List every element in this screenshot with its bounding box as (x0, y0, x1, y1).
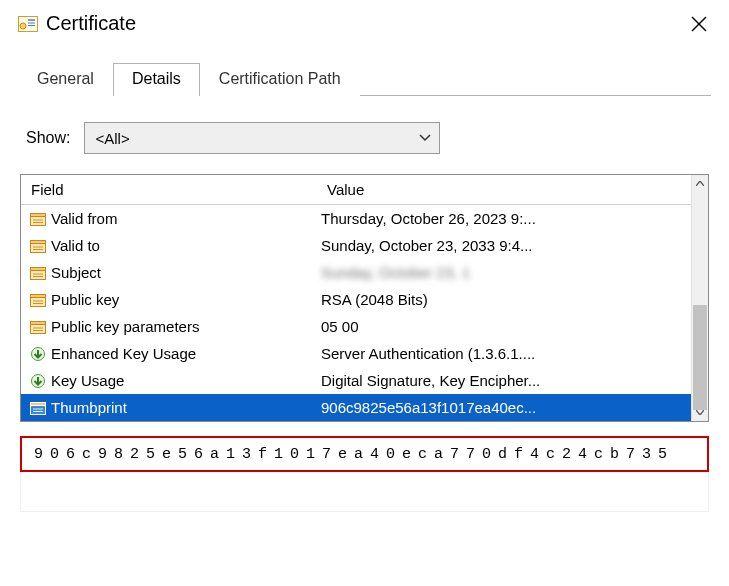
row-field: Public key parameters (51, 318, 321, 335)
tab-details[interactable]: Details (113, 63, 200, 96)
tab-general[interactable]: General (18, 63, 113, 96)
row-field: Thumbprint (51, 399, 321, 416)
list-row[interactable]: Enhanced Key UsageServer Authentication … (21, 340, 691, 367)
thumbprint-full-value: 906c9825e56a13f1017ea40eca770df4c24cb735 (34, 446, 674, 463)
list-row[interactable]: Valid fromThursday, October 26, 2023 9:.… (21, 205, 691, 232)
row-value: RSA (2048 Bits) (321, 291, 691, 308)
show-combo[interactable]: <All> (84, 122, 440, 154)
row-field: Key Usage (51, 372, 321, 389)
show-combo-value: <All> (95, 130, 129, 147)
property-icon (27, 266, 49, 280)
tab-strip: General Details Certification Path (0, 48, 729, 95)
row-field: Enhanced Key Usage (51, 345, 321, 362)
extension-icon (27, 373, 49, 389)
list-header: Field Value (21, 175, 691, 205)
property-icon (27, 293, 49, 307)
row-value: 906c9825e56a13f1017ea40ec... (321, 399, 691, 416)
window-title: Certificate (46, 12, 136, 35)
property-icon (27, 320, 49, 334)
extension-icon (27, 346, 49, 362)
svg-rect-12 (31, 240, 46, 243)
chevron-down-icon (419, 134, 431, 142)
svg-rect-30 (31, 402, 46, 405)
header-field[interactable]: Field (21, 181, 321, 198)
title-bar: Certificate (0, 0, 729, 48)
row-value: Digital Signature, Key Encipher... (321, 372, 691, 389)
certificate-icon (18, 16, 38, 32)
show-label: Show: (26, 129, 70, 147)
list-row[interactable]: Public keyRSA (2048 Bits) (21, 286, 691, 313)
property-icon (27, 239, 49, 253)
svg-rect-16 (31, 267, 46, 270)
list-row[interactable]: Valid toSunday, October 23, 2033 9:4... (21, 232, 691, 259)
scrollbar[interactable] (691, 175, 708, 421)
list-row[interactable]: Thumbprint906c9825e56a13f1017ea40ec... (21, 394, 691, 421)
list-row[interactable]: Key UsageDigital Signature, Key Encipher… (21, 367, 691, 394)
fields-listbox: Field Value Valid fromThursday, October … (20, 174, 709, 422)
scroll-down-button[interactable] (692, 404, 708, 421)
svg-rect-20 (31, 294, 46, 297)
details-panel: Show: <All> Field Value Valid fromThursd… (0, 96, 729, 522)
row-field: Valid from (51, 210, 321, 227)
list-row[interactable]: Public key parameters05 00 (21, 313, 691, 340)
scroll-up-button[interactable] (692, 175, 708, 192)
row-value: Sunday, October 23, 2033 9:4... (321, 237, 691, 254)
tab-certification-path[interactable]: Certification Path (200, 63, 360, 96)
row-value: Sunday, October 23, 1 (321, 264, 691, 281)
list-row[interactable]: SubjectSunday, October 23, 1 (21, 259, 691, 286)
property-icon (27, 401, 49, 415)
property-icon (27, 212, 49, 226)
row-value: Thursday, October 26, 2023 9:... (321, 210, 691, 227)
value-detail-extra (20, 472, 709, 512)
value-detail-box[interactable]: 906c9825e56a13f1017ea40eca770df4c24cb735 (20, 436, 709, 472)
svg-rect-8 (31, 213, 46, 216)
row-value: 05 00 (321, 318, 691, 335)
close-button[interactable] (683, 12, 715, 36)
row-field: Subject (51, 264, 321, 281)
svg-point-1 (20, 23, 26, 29)
svg-rect-24 (31, 321, 46, 324)
row-value: Server Authentication (1.3.6.1.... (321, 345, 691, 362)
row-field: Public key (51, 291, 321, 308)
scroll-thumb[interactable] (693, 305, 707, 410)
row-field: Valid to (51, 237, 321, 254)
header-value[interactable]: Value (321, 181, 691, 198)
